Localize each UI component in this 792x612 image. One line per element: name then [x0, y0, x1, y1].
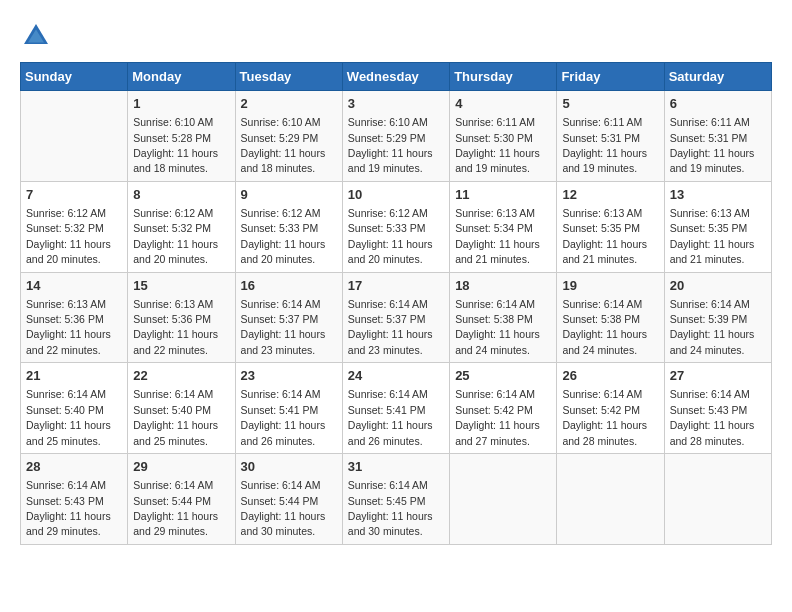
day-number: 25 [455, 367, 551, 385]
calendar-day-cell: 28Sunrise: 6:14 AMSunset: 5:43 PMDayligh… [21, 454, 128, 545]
day-number: 27 [670, 367, 766, 385]
calendar-day-cell: 12Sunrise: 6:13 AMSunset: 5:35 PMDayligh… [557, 181, 664, 272]
day-number: 16 [241, 277, 337, 295]
calendar-day-cell: 4Sunrise: 6:11 AMSunset: 5:30 PMDaylight… [450, 91, 557, 182]
calendar-day-cell: 26Sunrise: 6:14 AMSunset: 5:42 PMDayligh… [557, 363, 664, 454]
day-number: 1 [133, 95, 229, 113]
day-info: Sunrise: 6:14 AMSunset: 5:37 PMDaylight:… [348, 298, 433, 356]
day-number: 22 [133, 367, 229, 385]
day-info: Sunrise: 6:14 AMSunset: 5:38 PMDaylight:… [562, 298, 647, 356]
day-info: Sunrise: 6:14 AMSunset: 5:41 PMDaylight:… [348, 388, 433, 446]
calendar-day-cell: 24Sunrise: 6:14 AMSunset: 5:41 PMDayligh… [342, 363, 449, 454]
day-number: 31 [348, 458, 444, 476]
calendar-day-cell [450, 454, 557, 545]
day-number: 12 [562, 186, 658, 204]
weekday-header: Thursday [450, 63, 557, 91]
day-number: 6 [670, 95, 766, 113]
day-number: 24 [348, 367, 444, 385]
calendar-day-cell: 19Sunrise: 6:14 AMSunset: 5:38 PMDayligh… [557, 272, 664, 363]
calendar-week-row: 21Sunrise: 6:14 AMSunset: 5:40 PMDayligh… [21, 363, 772, 454]
calendar-day-cell [664, 454, 771, 545]
calendar-day-cell: 25Sunrise: 6:14 AMSunset: 5:42 PMDayligh… [450, 363, 557, 454]
day-info: Sunrise: 6:14 AMSunset: 5:39 PMDaylight:… [670, 298, 755, 356]
day-info: Sunrise: 6:12 AMSunset: 5:32 PMDaylight:… [133, 207, 218, 265]
day-number: 11 [455, 186, 551, 204]
day-number: 26 [562, 367, 658, 385]
weekday-header: Wednesday [342, 63, 449, 91]
calendar-day-cell: 3Sunrise: 6:10 AMSunset: 5:29 PMDaylight… [342, 91, 449, 182]
day-number: 13 [670, 186, 766, 204]
calendar-day-cell: 27Sunrise: 6:14 AMSunset: 5:43 PMDayligh… [664, 363, 771, 454]
day-number: 4 [455, 95, 551, 113]
day-info: Sunrise: 6:14 AMSunset: 5:40 PMDaylight:… [26, 388, 111, 446]
day-info: Sunrise: 6:12 AMSunset: 5:33 PMDaylight:… [241, 207, 326, 265]
calendar-day-cell: 17Sunrise: 6:14 AMSunset: 5:37 PMDayligh… [342, 272, 449, 363]
day-info: Sunrise: 6:13 AMSunset: 5:35 PMDaylight:… [562, 207, 647, 265]
day-number: 18 [455, 277, 551, 295]
day-info: Sunrise: 6:14 AMSunset: 5:38 PMDaylight:… [455, 298, 540, 356]
day-number: 20 [670, 277, 766, 295]
calendar-day-cell: 10Sunrise: 6:12 AMSunset: 5:33 PMDayligh… [342, 181, 449, 272]
calendar-day-cell: 22Sunrise: 6:14 AMSunset: 5:40 PMDayligh… [128, 363, 235, 454]
calendar-day-cell: 23Sunrise: 6:14 AMSunset: 5:41 PMDayligh… [235, 363, 342, 454]
day-number: 7 [26, 186, 122, 204]
calendar-day-cell: 6Sunrise: 6:11 AMSunset: 5:31 PMDaylight… [664, 91, 771, 182]
calendar-table: SundayMondayTuesdayWednesdayThursdayFrid… [20, 62, 772, 545]
day-info: Sunrise: 6:13 AMSunset: 5:36 PMDaylight:… [26, 298, 111, 356]
logo-icon [20, 20, 52, 52]
day-info: Sunrise: 6:14 AMSunset: 5:45 PMDaylight:… [348, 479, 433, 537]
day-info: Sunrise: 6:14 AMSunset: 5:44 PMDaylight:… [133, 479, 218, 537]
day-number: 29 [133, 458, 229, 476]
weekday-header: Sunday [21, 63, 128, 91]
day-number: 28 [26, 458, 122, 476]
day-number: 15 [133, 277, 229, 295]
calendar-day-cell: 7Sunrise: 6:12 AMSunset: 5:32 PMDaylight… [21, 181, 128, 272]
day-number: 23 [241, 367, 337, 385]
calendar-day-cell: 1Sunrise: 6:10 AMSunset: 5:28 PMDaylight… [128, 91, 235, 182]
day-info: Sunrise: 6:13 AMSunset: 5:36 PMDaylight:… [133, 298, 218, 356]
day-info: Sunrise: 6:13 AMSunset: 5:35 PMDaylight:… [670, 207, 755, 265]
day-info: Sunrise: 6:14 AMSunset: 5:42 PMDaylight:… [562, 388, 647, 446]
weekday-header: Friday [557, 63, 664, 91]
day-number: 8 [133, 186, 229, 204]
day-info: Sunrise: 6:10 AMSunset: 5:29 PMDaylight:… [348, 116, 433, 174]
day-number: 17 [348, 277, 444, 295]
day-info: Sunrise: 6:14 AMSunset: 5:37 PMDaylight:… [241, 298, 326, 356]
day-number: 14 [26, 277, 122, 295]
calendar-body: 1Sunrise: 6:10 AMSunset: 5:28 PMDaylight… [21, 91, 772, 545]
day-info: Sunrise: 6:14 AMSunset: 5:41 PMDaylight:… [241, 388, 326, 446]
day-number: 5 [562, 95, 658, 113]
day-number: 10 [348, 186, 444, 204]
calendar-week-row: 1Sunrise: 6:10 AMSunset: 5:28 PMDaylight… [21, 91, 772, 182]
calendar-day-cell: 14Sunrise: 6:13 AMSunset: 5:36 PMDayligh… [21, 272, 128, 363]
calendar-day-cell: 29Sunrise: 6:14 AMSunset: 5:44 PMDayligh… [128, 454, 235, 545]
weekday-row: SundayMondayTuesdayWednesdayThursdayFrid… [21, 63, 772, 91]
calendar-day-cell: 21Sunrise: 6:14 AMSunset: 5:40 PMDayligh… [21, 363, 128, 454]
day-info: Sunrise: 6:11 AMSunset: 5:31 PMDaylight:… [562, 116, 647, 174]
weekday-header: Tuesday [235, 63, 342, 91]
calendar-header: SundayMondayTuesdayWednesdayThursdayFrid… [21, 63, 772, 91]
day-info: Sunrise: 6:12 AMSunset: 5:32 PMDaylight:… [26, 207, 111, 265]
day-number: 3 [348, 95, 444, 113]
day-info: Sunrise: 6:13 AMSunset: 5:34 PMDaylight:… [455, 207, 540, 265]
day-number: 30 [241, 458, 337, 476]
weekday-header: Saturday [664, 63, 771, 91]
calendar-day-cell: 13Sunrise: 6:13 AMSunset: 5:35 PMDayligh… [664, 181, 771, 272]
calendar-day-cell: 16Sunrise: 6:14 AMSunset: 5:37 PMDayligh… [235, 272, 342, 363]
calendar-day-cell: 5Sunrise: 6:11 AMSunset: 5:31 PMDaylight… [557, 91, 664, 182]
calendar-week-row: 14Sunrise: 6:13 AMSunset: 5:36 PMDayligh… [21, 272, 772, 363]
calendar-week-row: 7Sunrise: 6:12 AMSunset: 5:32 PMDaylight… [21, 181, 772, 272]
day-info: Sunrise: 6:14 AMSunset: 5:43 PMDaylight:… [26, 479, 111, 537]
calendar-day-cell: 8Sunrise: 6:12 AMSunset: 5:32 PMDaylight… [128, 181, 235, 272]
day-number: 2 [241, 95, 337, 113]
day-number: 9 [241, 186, 337, 204]
weekday-header: Monday [128, 63, 235, 91]
calendar-day-cell: 30Sunrise: 6:14 AMSunset: 5:44 PMDayligh… [235, 454, 342, 545]
day-info: Sunrise: 6:12 AMSunset: 5:33 PMDaylight:… [348, 207, 433, 265]
day-info: Sunrise: 6:11 AMSunset: 5:30 PMDaylight:… [455, 116, 540, 174]
calendar-day-cell: 15Sunrise: 6:13 AMSunset: 5:36 PMDayligh… [128, 272, 235, 363]
calendar-day-cell [21, 91, 128, 182]
page-header [20, 20, 772, 52]
day-info: Sunrise: 6:14 AMSunset: 5:42 PMDaylight:… [455, 388, 540, 446]
day-info: Sunrise: 6:14 AMSunset: 5:44 PMDaylight:… [241, 479, 326, 537]
